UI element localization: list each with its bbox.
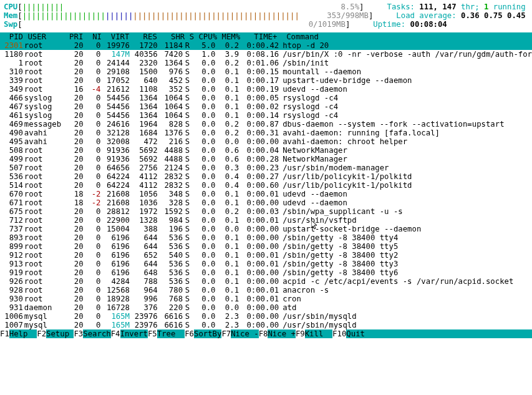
- table-row[interactable]: 930root20018928996768S0.00.10:00.01cron: [0, 295, 532, 303]
- table-row[interactable]: 495avahi20032008472216S0.00.00:00.00avah…: [0, 137, 532, 146]
- cpu-label: CPU: [4, 2, 17, 11]
- fkey-label: Help: [9, 329, 37, 338]
- fkey-label: Nice +: [268, 329, 295, 338]
- table-row[interactable]: 671root18-2216081036328S0.00.10:00.00ude…: [0, 198, 532, 207]
- table-row[interactable]: 899root2006196644536S0.00.10:00.00/sbin/…: [0, 242, 532, 251]
- table-row[interactable]: 913root2006196644536S0.00.10:00.01/sbin/…: [0, 260, 532, 268]
- fkey-label: Search: [83, 329, 110, 338]
- table-row[interactable]: 926root2004284788536S0.00.10:00.00acpid …: [0, 277, 532, 286]
- mem-val: 353/998MB: [327, 11, 369, 20]
- cpu-pct: 8.5%: [341, 2, 359, 11]
- table-row[interactable]: 466syslog2005445613641064S0.00.10:00.05r…: [0, 94, 532, 102]
- table-row[interactable]: 919root2006196648536S0.00.10:00.00/sbin/…: [0, 268, 532, 277]
- mem-label: Mem: [4, 11, 17, 20]
- fkey-F8[interactable]: F8: [259, 329, 268, 338]
- fkey-F9[interactable]: F9: [296, 329, 305, 338]
- table-row[interactable]: 514root2006422441122832S0.00.40:00.60/us…: [0, 181, 532, 190]
- fkey-label: Setup: [46, 329, 74, 338]
- table-row[interactable]: 931daemon20016728376220S0.00.00:00.00atd: [0, 303, 532, 312]
- htop-screen: CPU[||||||||| 8.5%] Tasks: 111, 147 thr;…: [0, 0, 532, 338]
- fkey-label: Quit: [346, 329, 374, 338]
- swp-label: Swp: [4, 20, 17, 29]
- table-row[interactable]: 1007mysql200165M239766616S0.02.30:00.00/…: [0, 321, 532, 329]
- table-row[interactable]: 1180root200147M403567420S1.03.90:08.16/u…: [0, 50, 532, 59]
- fkey-F10[interactable]: F10: [332, 329, 346, 338]
- fkey-F7[interactable]: F7: [221, 329, 231, 338]
- table-row[interactable]: 670root18-2216081056348S0.00.10:00.01ude…: [0, 190, 532, 198]
- fkey-label: Kill: [305, 329, 332, 338]
- table-row[interactable]: 928root20012568964780S0.00.10:00.01anacr…: [0, 286, 532, 295]
- table-row[interactable]: 675root2002881219721592S0.00.20:00.03/sb…: [0, 207, 532, 216]
- fkey-F1[interactable]: F1: [0, 329, 9, 338]
- tasks-val: 111, 147: [419, 2, 456, 11]
- process-table[interactable]: 2301 root 20 0 19976 1720 1184 R 5.0 0.2…: [0, 41, 532, 329]
- table-row[interactable]: 737root20015004388196S0.00.00:00.00upsta…: [0, 225, 532, 233]
- fkey-F2[interactable]: F2: [37, 329, 46, 338]
- fkey-label: Nice -: [231, 329, 258, 338]
- table-row[interactable]: 712root200229001328984S0.00.10:00.01/usr…: [0, 216, 532, 225]
- table-row-selected[interactable]: 2301 root 20 0 19976 1720 1184 R 5.0 0.2…: [0, 41, 532, 50]
- table-row[interactable]: 461syslog2005445613641064S0.00.10:00.14r…: [0, 111, 532, 120]
- mem-bar: ||||||||||||||||||||||||||||||||||||||||…: [22, 11, 299, 20]
- table-row[interactable]: 893root2006196644536S0.00.10:00.00/sbin/…: [0, 233, 532, 242]
- uptime-label: Uptime:: [373, 20, 410, 29]
- table-row[interactable]: 507root2006465627562124S0.00.30:00.23/us…: [0, 163, 532, 172]
- table-row[interactable]: 508root2009193656924488S0.00.60:00.04Net…: [0, 146, 532, 155]
- fkey-label: SortBy: [194, 329, 221, 338]
- swp-val: 0/1019MB: [309, 20, 346, 29]
- table-row[interactable]: 467syslog2005445613641064S0.00.10:00.02r…: [0, 102, 532, 111]
- table-row[interactable]: 1root2002414423201364S0.00.20:01.06/sbin…: [0, 59, 532, 67]
- fkey-label: Invert: [120, 329, 148, 338]
- fkey-F4[interactable]: F4: [111, 329, 120, 338]
- footer-fkeys[interactable]: F1Help F2Setup F3SearchF4InvertF5Tree F6…: [0, 329, 532, 338]
- fkey-label: Tree: [157, 329, 185, 338]
- fkey-F5[interactable]: F5: [148, 329, 157, 338]
- table-row[interactable]: 1006mysql200165M239766616S0.02.30:00.00/…: [0, 312, 532, 321]
- fkey-F3[interactable]: F3: [74, 329, 83, 338]
- table-row[interactable]: 499root2009193656924488S0.00.60:00.28Net…: [0, 155, 532, 163]
- fkey-F6[interactable]: F6: [185, 329, 194, 338]
- table-row[interactable]: 349root16-4216121108352S0.00.10:00.19ude…: [0, 85, 532, 94]
- tasks-label: Tasks:: [387, 2, 420, 11]
- uptime-val: 00:08:04: [410, 20, 447, 29]
- table-row[interactable]: 310root200291081500976S0.00.10:00.15moun…: [0, 67, 532, 76]
- table-row[interactable]: 469messageb200246161964828S0.00.20:00.87…: [0, 120, 532, 129]
- meters-block: CPU[||||||||| 8.5%] Tasks: 111, 147 thr;…: [0, 0, 532, 32]
- load-val: 0.36 0.75 0.45: [461, 11, 526, 20]
- cpu-bar: |||||||||: [22, 2, 64, 11]
- process-header[interactable]: PID USER PRI NI VIRT RES SHR S CPU% MEM%…: [0, 32, 532, 41]
- table-row[interactable]: 912root2006196652540S0.00.10:00.01/sbin/…: [0, 251, 532, 260]
- table-row[interactable]: 339root20017052640452S0.00.10:00.17upsta…: [0, 76, 532, 85]
- load-label: Load average:: [396, 11, 461, 20]
- table-row[interactable]: 536root2006422441122832S0.00.40:00.27/us…: [0, 172, 532, 181]
- table-row[interactable]: 490avahi2003212816841376S0.00.20:00.31av…: [0, 129, 532, 137]
